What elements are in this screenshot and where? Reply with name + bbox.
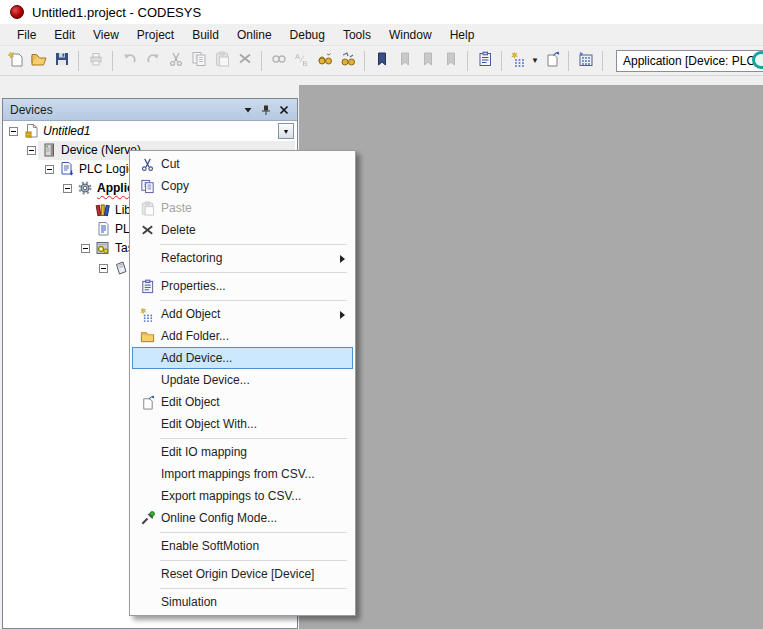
menu-view[interactable]: View (84, 25, 128, 45)
cut-icon (133, 157, 161, 172)
menu-file[interactable]: File (8, 25, 45, 45)
tree-expander-minus[interactable] (27, 146, 36, 155)
panel-close-icon[interactable] (275, 102, 293, 117)
menu-item-copy[interactable]: Copy (132, 175, 353, 197)
device-dialog-button[interactable] (574, 49, 597, 73)
replace-button[interactable]: AB (290, 49, 313, 73)
previous-bookmark-button[interactable] (393, 49, 416, 73)
menu-item-cut[interactable]: Cut (132, 153, 353, 175)
menu-item-label: Refactoring (161, 251, 222, 265)
menu-project[interactable]: Project (128, 25, 183, 45)
bookmark-red-icon (443, 51, 459, 70)
device-icon (41, 142, 57, 158)
menu-item-add-object[interactable]: Add Object (132, 303, 353, 325)
edit-object-button[interactable] (540, 49, 563, 73)
menu-item-label: Add Device... (161, 351, 232, 365)
tree-dropdown-button[interactable]: ▼ (278, 123, 294, 139)
tree-expander-minus[interactable] (99, 264, 108, 273)
replace-in-project-button[interactable] (336, 49, 359, 73)
menu-item-online-config-mode[interactable]: Online Config Mode... (132, 507, 353, 529)
application-icon (77, 180, 93, 196)
menu-item-properties[interactable]: Properties... (132, 275, 353, 297)
next-bookmark-button[interactable] (416, 49, 439, 73)
toolbar-separator (501, 51, 502, 71)
active-application-value: Application [Device: PLC Logic] (616, 50, 763, 72)
menu-item-label: Properties... (161, 279, 226, 293)
menu-item-add-folder[interactable]: Add Folder... (132, 325, 353, 347)
delete-icon (133, 223, 161, 238)
cut-button[interactable] (164, 49, 187, 73)
clipped-toolbar-icon[interactable] (752, 51, 763, 69)
folder-icon (133, 329, 161, 344)
open-project-button[interactable] (27, 49, 50, 73)
add-object-icon (133, 307, 161, 322)
toolbar-separator (467, 51, 468, 71)
window-title: Untitled1.project - CODESYS (32, 5, 201, 20)
find-in-project-button[interactable] (313, 49, 336, 73)
tree-expander-minus[interactable] (45, 165, 54, 174)
properties-button[interactable] (473, 49, 496, 73)
subtask-icon (113, 260, 129, 276)
paste-icon (133, 201, 161, 216)
menu-item-edit-io-mapping[interactable]: Edit IO mapping (132, 441, 353, 463)
menu-item-label: Paste (161, 201, 192, 215)
paste-button[interactable] (210, 49, 233, 73)
tree-expander-minus[interactable] (81, 244, 90, 253)
menu-online[interactable]: Online (228, 25, 281, 45)
tree-item-label: PLC Logic (79, 162, 134, 176)
find-icon (271, 51, 287, 70)
menu-item-label: Reset Origin Device [Device] (161, 567, 314, 581)
delete-button[interactable] (233, 49, 256, 73)
clear-bookmarks-button[interactable] (439, 49, 462, 73)
add-object-button[interactable] (507, 49, 530, 73)
redo-button[interactable] (141, 49, 164, 73)
menu-item-paste[interactable]: Paste (132, 197, 353, 219)
svg-text:A: A (295, 52, 300, 61)
menu-edit[interactable]: Edit (45, 25, 84, 45)
menu-item-refactoring[interactable]: Refactoring (132, 247, 353, 269)
edit-object-icon (544, 51, 560, 70)
menu-item-import-mappings-from-csv[interactable]: Import mappings from CSV... (132, 463, 353, 485)
menu-item-delete[interactable]: Delete (132, 219, 353, 241)
menu-window[interactable]: Window (380, 25, 441, 45)
toggle-bookmark-button[interactable] (370, 49, 393, 73)
copy-button[interactable] (187, 49, 210, 73)
tree-item-untitled1[interactable]: Untitled1 (3, 122, 297, 141)
menu-item-edit-object[interactable]: Edit Object (132, 391, 353, 413)
submenu-arrow-icon (340, 255, 345, 263)
menu-item-export-mappings-to-csv[interactable]: Export mappings to CSV... (132, 485, 353, 507)
menu-debug[interactable]: Debug (281, 25, 334, 45)
menu-item-edit-object-with[interactable]: Edit Object With... (132, 413, 353, 435)
menu-item-label: Simulation (161, 595, 217, 609)
new-project-button[interactable] (4, 49, 27, 73)
find-button[interactable] (267, 49, 290, 73)
tree-expander-minus[interactable] (9, 127, 18, 136)
bookmark-red-icon (397, 51, 413, 70)
codesys-app-icon[interactable] (10, 5, 24, 19)
delete-icon (237, 51, 253, 70)
panel-pin-icon[interactable] (257, 102, 275, 117)
print-button[interactable] (84, 49, 107, 73)
save-button[interactable] (50, 49, 73, 73)
menu-item-enable-softmotion[interactable]: Enable SoftMotion (132, 535, 353, 557)
edit-object-icon (133, 395, 161, 410)
menu-item-update-device[interactable]: Update Device... (132, 369, 353, 391)
tree-expander-minus[interactable] (63, 184, 72, 193)
menu-bar: FileEditViewProjectBuildOnlineDebugTools… (0, 24, 763, 46)
menu-build[interactable]: Build (183, 25, 228, 45)
plc-logic-icon (59, 161, 75, 177)
menu-tools[interactable]: Tools (334, 25, 380, 45)
panel-menu-chevron-down-icon[interactable] (239, 102, 257, 117)
tree-item-label: Untitled1 (43, 124, 90, 138)
menu-help[interactable]: Help (441, 25, 484, 45)
toolbar-separator (568, 51, 569, 71)
new-project-icon (8, 51, 24, 70)
active-application-combo[interactable]: Application [Device: PLC Logic]▼ (616, 51, 763, 71)
menu-item-label: Import mappings from CSV... (161, 467, 315, 481)
redo-icon (145, 51, 161, 70)
add-object-dropdown-arrow[interactable]: ▼ (530, 56, 540, 65)
menu-item-simulation[interactable]: Simulation (132, 591, 353, 613)
menu-item-add-device[interactable]: Add Device... (132, 347, 353, 369)
undo-button[interactable] (118, 49, 141, 73)
menu-item-reset-origin-device-device[interactable]: Reset Origin Device [Device] (132, 563, 353, 585)
